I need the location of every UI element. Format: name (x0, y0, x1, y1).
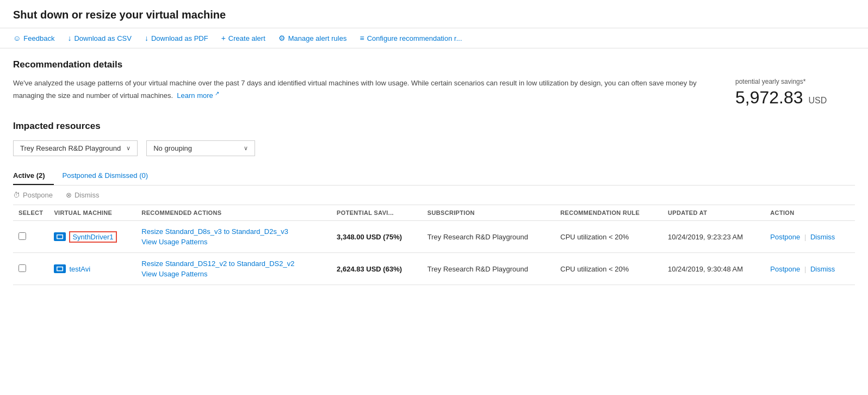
postpone-action-icon: ⏱ (13, 191, 20, 199)
vm-name-cell: SynthDriver1 (48, 221, 136, 253)
impacted-section-title: Impacted resources (13, 121, 855, 132)
view-usage-link-2[interactable]: View Usage Patterns (141, 270, 207, 278)
row-checkbox-cell (13, 221, 48, 253)
download-csv-button[interactable]: ↓ Download as CSV (67, 34, 132, 42)
recommendation-desc: We've analyzed the usage patterns of you… (13, 78, 855, 108)
table-row: SynthDriver1Resize Standard_D8s_v3 to St… (13, 221, 855, 253)
view-usage-link-1[interactable]: View Usage Patterns (141, 238, 207, 246)
actions-bar: ⏱ Postpone ⊗ Dismiss (13, 186, 855, 205)
row-1-checkbox[interactable] (18, 232, 26, 240)
tab-active[interactable]: Active (2) (13, 167, 54, 185)
filters-row: Trey Research R&D Playground ∨ No groupi… (13, 140, 855, 156)
recommendation-section: Recommendation details We've analyzed th… (13, 59, 855, 108)
download-pdf-label: Download as PDF (151, 34, 208, 42)
description-block: We've analyzed the usage patterns of you… (13, 78, 714, 102)
postpone-link-1[interactable]: Postpone (770, 233, 800, 241)
page-header: Shut down or resize your virtual machine (0, 0, 868, 28)
postpone-action-btn: ⏱ Postpone (13, 191, 53, 199)
svg-rect-1 (58, 235, 63, 238)
feedback-label: Feedback (23, 34, 54, 42)
resources-table: SELECT VIRTUAL MACHINE RECOMMENDED ACTIO… (13, 205, 855, 285)
vm-icon (54, 264, 66, 273)
content-area: Recommendation details We've analyzed th… (0, 48, 868, 296)
recommendation-section-title: Recommendation details (13, 59, 855, 70)
create-alert-label: Create alert (228, 34, 265, 42)
grouping-dropdown[interactable]: No grouping ∨ (146, 140, 255, 156)
subscription-dropdown-arrow: ∨ (126, 145, 131, 152)
dismiss-link-2[interactable]: Dismiss (810, 265, 835, 273)
savings-label: potential yearly savings* (735, 78, 855, 85)
download-csv-icon: ↓ (67, 34, 71, 42)
savings-cell: 3,348.00 USD (75%) (331, 221, 422, 253)
col-rec-actions: RECOMMENDED ACTIONS (136, 205, 331, 221)
tab-active-label: Active (2) (13, 171, 45, 180)
download-pdf-icon: ↓ (145, 34, 148, 42)
grouping-dropdown-label: No grouping (153, 144, 192, 152)
manage-alert-button[interactable]: ⚙ Manage alert rules (278, 34, 347, 42)
savings-cell: 2,624.83 USD (63%) (331, 253, 422, 285)
tab-postponed-label: Postponed & Dismissed (0) (63, 171, 148, 180)
rec-action-link-1[interactable]: Resize Standard_D8s_v3 to Standard_D2s_v… (141, 227, 326, 236)
dismiss-action-btn: ⊗ Dismiss (66, 191, 100, 199)
feedback-button[interactable]: ☺ Feedback (13, 34, 54, 42)
subscription-dropdown[interactable]: Trey Research R&D Playground ∨ (13, 140, 138, 156)
page-title: Shut down or resize your virtual machine (13, 9, 855, 21)
rec-rule-cell: CPU utilization < 20% (555, 253, 662, 285)
feedback-icon: ☺ (13, 34, 21, 42)
savings-amount: 5,972.83 (735, 88, 803, 107)
action-pipe: | (802, 265, 808, 273)
col-vm: VIRTUAL MACHINE (48, 205, 136, 221)
dismiss-link-1[interactable]: Dismiss (810, 233, 835, 241)
external-link-icon: ↗ (215, 90, 219, 96)
action-cell: Postpone | Dismiss (765, 253, 855, 285)
savings-currency: USD (808, 96, 827, 105)
subscription-dropdown-label: Trey Research R&D Playground (20, 144, 121, 152)
manage-alert-icon: ⚙ (278, 34, 286, 42)
savings-block: potential yearly savings* 5,972.83 USD (735, 78, 855, 108)
learn-more-link[interactable]: Learn more ↗ (177, 91, 219, 100)
configure-rec-button[interactable]: ≡ Configure recommendation r... (359, 34, 462, 42)
updated-at-cell: 10/24/2019, 9:30:48 AM (662, 253, 765, 285)
rec-actions-cell: Resize Standard_D8s_v3 to Standard_D2s_v… (136, 221, 331, 253)
create-alert-button[interactable]: + Create alert (221, 34, 265, 42)
col-rec-rule: RECOMMENDATION RULE (555, 205, 662, 221)
subscription-cell: Trey Research R&D Playground (422, 221, 555, 253)
subscription-cell: Trey Research R&D Playground (422, 253, 555, 285)
vm-name-cell: testAvi (48, 253, 136, 285)
page-container: Shut down or resize your virtual machine… (0, 0, 868, 296)
create-alert-icon: + (221, 34, 226, 42)
vm-name-link-2[interactable]: testAvi (69, 265, 90, 273)
rec-rule-cell: CPU utilization < 20% (555, 221, 662, 253)
rec-action-link-2[interactable]: Resize Standard_DS12_v2 to Standard_DS2_… (141, 260, 326, 268)
row-checkbox-cell (13, 253, 48, 285)
row-2-checkbox[interactable] (18, 264, 26, 272)
download-pdf-button[interactable]: ↓ Download as PDF (145, 34, 208, 42)
impacted-section: Impacted resources Trey Research R&D Pla… (13, 121, 855, 285)
table-row: testAviResize Standard_DS12_v2 to Standa… (13, 253, 855, 285)
col-savings: POTENTIAL SAVI... (331, 205, 422, 221)
col-select: SELECT (13, 205, 48, 221)
svg-rect-3 (58, 267, 63, 270)
dismiss-action-icon: ⊗ (66, 191, 72, 199)
postpone-link-2[interactable]: Postpone (770, 265, 800, 273)
rec-actions-cell: Resize Standard_DS12_v2 to Standard_DS2_… (136, 253, 331, 285)
table-header-row: SELECT VIRTUAL MACHINE RECOMMENDED ACTIO… (13, 205, 855, 221)
manage-alert-label: Manage alert rules (288, 34, 347, 42)
grouping-dropdown-arrow: ∨ (244, 145, 248, 152)
configure-rec-label: Configure recommendation r... (367, 34, 462, 42)
postpone-action-label: Postpone (23, 191, 53, 199)
description-text: We've analyzed the usage patterns of you… (13, 79, 697, 100)
table-container: SELECT VIRTUAL MACHINE RECOMMENDED ACTIO… (13, 205, 855, 285)
vm-name-link-1[interactable]: SynthDriver1 (69, 231, 116, 243)
col-subscription: SUBSCRIPTION (422, 205, 555, 221)
action-pipe: | (802, 233, 808, 241)
download-csv-label: Download as CSV (74, 34, 132, 42)
savings-value-1: 3,348.00 USD (75%) (337, 233, 402, 241)
dismiss-action-label: Dismiss (75, 191, 100, 199)
tab-postponed[interactable]: Postponed & Dismissed (0) (63, 167, 157, 185)
action-cell: Postpone | Dismiss (765, 221, 855, 253)
vm-icon (54, 232, 66, 241)
savings-value-2: 2,624.83 USD (63%) (337, 265, 402, 273)
tabs-row: Active (2) Postponed & Dismissed (0) (13, 167, 855, 186)
updated-at-cell: 10/24/2019, 9:23:23 AM (662, 221, 765, 253)
